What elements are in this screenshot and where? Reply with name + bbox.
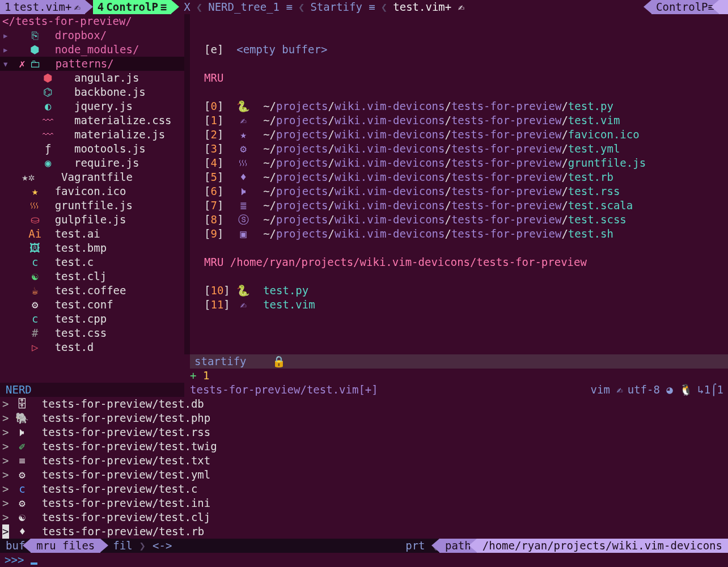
filetype-icon: ⛀ — [28, 213, 42, 227]
tab-right-cap — [719, 0, 728, 14]
ctrlp-result[interactable]: > ☯ tests-for-preview/test.clj — [0, 510, 728, 524]
nerdtree-file[interactable]: ★✲ Vagrantfile — [0, 170, 184, 184]
ctrlp-mode-fil[interactable]: fil — [100, 539, 138, 553]
statusbar-encoding: utf-8 ◕ 🐧 — [628, 383, 698, 397]
filetype-icon: 🐍 — [236, 99, 250, 113]
nerdtree-file[interactable]: ⚙ test.conf — [0, 298, 184, 312]
ctrlp-result[interactable]: > ⚙ tests-for-preview/test.ini — [0, 496, 728, 510]
nerdtree-file[interactable]: ⛀ gulpfile.js — [0, 213, 184, 227]
ctrlp-result[interactable]: > ⚙ tests-for-preview/test.yml — [0, 468, 728, 482]
vertical-divider[interactable] — [184, 14, 190, 354]
ctrlp-prt: prt — [400, 539, 430, 553]
nerdtree-file[interactable]: ◉ require.js — [0, 156, 184, 170]
buffer-testvim[interactable]: test.vim+ ✍ — [388, 0, 469, 14]
startify-mru-item[interactable]: [3] ⚙ ~/projects/wiki.vim-devicons/tests… — [204, 142, 728, 156]
filetype-icon: ⚙ — [28, 298, 42, 312]
nerdtree-dir[interactable]: ▸ ⎘ dropbox/ — [0, 28, 184, 43]
ctrlp-prompt[interactable]: >>> — [0, 553, 728, 567]
startify-mru-item[interactable]: [7] ≣ ~/projects/wiki.vim-devicons/tests… — [204, 198, 728, 213]
filetype-icon: 🕨 — [236, 184, 250, 198]
ctrlp-result[interactable]: > 🐘 tests-for-preview/test.php — [0, 411, 728, 425]
main-split: </tests-for-preview/ ▸ ⎘ dropbox/▸ ⬢ nod… — [0, 14, 728, 354]
list-icon: ≡ — [160, 0, 167, 14]
ctrlp-result[interactable]: > ♦ tests-for-preview/test.rb — [0, 524, 728, 539]
ctrlp-result[interactable]: > ✐ tests-for-preview/test.twig — [0, 439, 728, 454]
startify-empty-buffer[interactable]: [e] <empty buffer> — [204, 43, 728, 57]
filetype-icon: 〰 — [41, 113, 55, 128]
nerdtree-file[interactable]: 🖼 test.bmp — [0, 241, 184, 255]
nerdtree-file[interactable]: # test.css — [0, 326, 184, 340]
startify-mru-item[interactable]: [4] ᯾ ~/projects/wiki.vim-devicons/tests… — [204, 156, 728, 170]
startify-statusbar: startify 🔒 — [190, 354, 728, 369]
startify-panel[interactable]: [e] <empty buffer> MRU [0] 🐍 ~/projects/… — [190, 14, 728, 354]
nerdtree-panel[interactable]: </tests-for-preview/ ▸ ⎘ dropbox/▸ ⬢ nod… — [0, 14, 184, 354]
filetype-icon: ✍ — [236, 113, 250, 128]
nerdtree-file[interactable]: ⌬ backbone.js — [0, 85, 184, 99]
folder-icon: 🗀 — [29, 57, 43, 71]
angle-left-icon: ❮ — [297, 0, 306, 14]
nerdtree-file[interactable]: 〰 materialize.css — [0, 113, 184, 128]
nerdtree-file[interactable]: 〰 materialize.js — [0, 128, 184, 142]
startify-mru-item[interactable]: [6] 🕨 ~/projects/wiki.vim-devicons/tests… — [204, 184, 728, 198]
filetype-icon: ✐ — [15, 439, 29, 454]
filetype-icon: c — [15, 482, 29, 496]
nerdtree-file[interactable]: c test.cpp — [0, 312, 184, 326]
tab-bar: 1 test.vim+ ✍ 4 ControlP ≡ X ❮ NERD_tree… — [0, 0, 728, 14]
nerdtree-file[interactable]: ⬢ angular.js — [0, 71, 184, 85]
filetype-icon: ✍ — [236, 298, 250, 312]
nerdtree-file[interactable]: ◐ jquery.js — [0, 99, 184, 113]
cursor-icon — [31, 562, 37, 565]
buffer-startify[interactable]: Startify ≡ — [306, 0, 379, 14]
nerdtree-file[interactable]: ᯾ gruntfile.js — [0, 198, 184, 213]
startify-mru-local-item[interactable]: [10] 🐍 test.py — [204, 284, 728, 298]
ctrlp-result[interactable]: > 🗄 tests-for-preview/test.db — [0, 397, 728, 411]
filetype-icon: ☕ — [28, 284, 42, 298]
filetype-icon: 🐘 — [15, 411, 29, 425]
filetype-icon: 🐍 — [236, 284, 250, 298]
startify-mru-local-item[interactable]: [11] ✍ test.vim — [204, 298, 728, 312]
tab-1[interactable]: 1 test.vim+ ✍ — [0, 0, 85, 14]
vim-icon: ✍ — [74, 0, 80, 14]
nerdtree-dir[interactable]: ▸ ⬢ node_modules/ — [0, 43, 184, 57]
nerdtree-file[interactable]: c test.c — [0, 255, 184, 269]
ctrlp-mode-mru[interactable]: mru files — [31, 539, 100, 553]
window-statusbar: NERD tests-for-preview/test.vim[+] vim ✍… — [0, 383, 728, 397]
ctrlp-result[interactable]: > 🕨 tests-for-preview/test.rss — [0, 425, 728, 439]
angle-left-icon: ❮ — [380, 0, 388, 14]
nerdtree-file[interactable]: ★ favicon.ico — [0, 184, 184, 198]
nerdtree-file[interactable]: Ai test.ai — [0, 227, 184, 241]
filetype-icon: 〰 — [41, 128, 55, 142]
tab-close[interactable]: X — [179, 0, 194, 14]
filetype-icon: ★ — [236, 128, 250, 142]
filetype-icon: 🕨 — [15, 425, 29, 439]
startify-mru-item[interactable]: [9] ▣ ~/projects/wiki.vim-devicons/tests… — [204, 227, 728, 241]
filetype-icon: ≣ — [236, 198, 250, 213]
filetype-icon: ƒ — [41, 142, 55, 156]
statusbar-position: ↳1⌠1 — [697, 383, 728, 397]
filetype-icon: ⬢ — [41, 71, 55, 85]
nerdtree-file[interactable]: ☕ test.coffee — [0, 284, 184, 298]
filetype-icon: ◐ — [41, 99, 55, 113]
buffer-nerdtree[interactable]: NERD_tree_1 ≡ — [204, 0, 297, 14]
nerdtree-file[interactable]: ☯ test.clj — [0, 269, 184, 284]
filetype-icon — [35, 170, 48, 184]
ctrlp-path-value: /home/ryan/projects/wiki.vim-devicons — [477, 539, 728, 553]
statusbar-mode: startify — [194, 354, 247, 369]
startify-mru-item[interactable]: [8] ⓢ ~/projects/wiki.vim-devicons/tests… — [204, 213, 728, 227]
startify-mru-item[interactable]: [2] ★ ~/projects/wiki.vim-devicons/tests… — [204, 128, 728, 142]
startify-mru-item[interactable]: [5] ♦ ~/projects/wiki.vim-devicons/tests… — [204, 170, 728, 184]
ctrlp-results[interactable]: > 🗄 tests-for-preview/test.db> 🐘 tests-f… — [0, 397, 728, 539]
nerdtree-root[interactable]: </tests-for-preview/ — [0, 14, 184, 28]
tab-right-controlp[interactable]: ControlP ≡ — [651, 0, 719, 14]
startify-mru-item[interactable]: [0] 🐍 ~/projects/wiki.vim-devicons/tests… — [204, 99, 728, 113]
ctrlp-result[interactable]: > c tests-for-preview/test.c — [0, 482, 728, 496]
nerdtree-file[interactable]: ▷ test.d — [0, 340, 184, 354]
nerdtree-file[interactable]: ƒ mootools.js — [0, 142, 184, 156]
filetype-icon: ⚙ — [236, 142, 250, 156]
startify-mru-item[interactable]: [1] ✍ ~/projects/wiki.vim-devicons/tests… — [204, 113, 728, 128]
filetype-icon: ◉ — [41, 156, 55, 170]
nerdtree-dir-patterns[interactable]: ▾ ✗🗀 patterns/ — [0, 57, 184, 71]
ctrlp-result[interactable]: > ≡ tests-for-preview/test.txt — [0, 454, 728, 468]
filetype-icon: 🗄 — [15, 397, 29, 411]
tab-2-active[interactable]: 4 ControlP ≡ — [93, 0, 171, 14]
